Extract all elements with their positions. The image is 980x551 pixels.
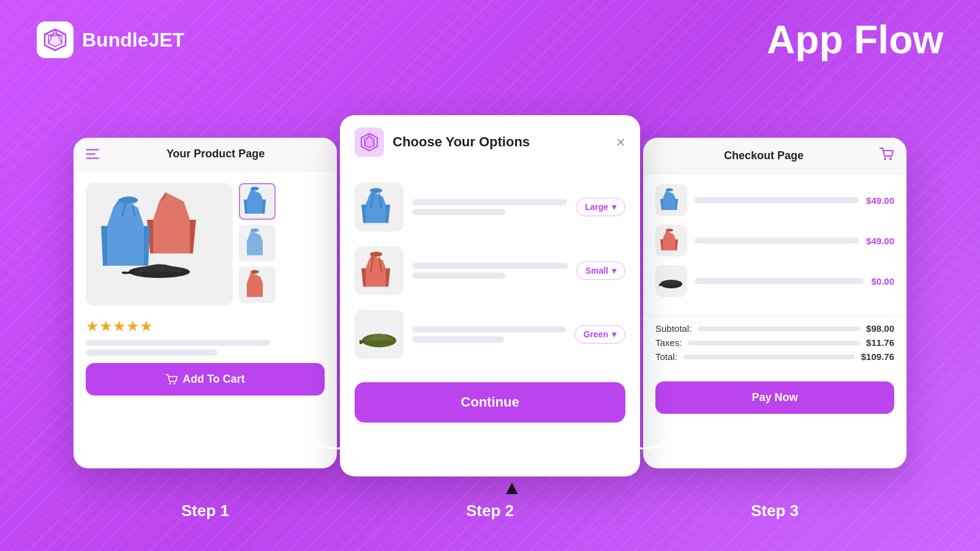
subtotal-row: Subtotal: $98.00	[655, 323, 894, 334]
header: BundleJET App Flow	[0, 0, 980, 80]
bundle-item-img-2	[355, 246, 404, 295]
svg-point-18	[666, 229, 673, 232]
steps-area: Your Product Page	[37, 80, 943, 527]
logo-icon	[37, 21, 74, 58]
step2-label: Step 2	[466, 501, 514, 520]
close-button[interactable]: ×	[616, 134, 625, 150]
desc-line-2	[86, 350, 217, 356]
step3-title: Checkout Page	[655, 149, 872, 162]
checkout-item-img-2	[655, 225, 687, 257]
main-product-image	[86, 183, 233, 305]
arrow-1	[300, 422, 374, 453]
step3-card: Checkout Page $49.00	[643, 138, 907, 468]
checkout-item-3: $0.00	[655, 265, 894, 297]
modal-body: Large ▾	[340, 169, 640, 372]
total-label: Total:	[655, 351, 677, 362]
svg-point-14	[174, 383, 176, 384]
thumb-3[interactable]	[239, 266, 276, 303]
step1-title: Your Product Page	[107, 148, 325, 160]
step1-header: Your Product Page	[74, 138, 337, 171]
svg-point-27	[370, 252, 382, 257]
variant-label-2: Small	[586, 266, 608, 276]
thumb-1[interactable]	[239, 183, 276, 220]
continue-button[interactable]: Continue	[355, 382, 625, 422]
modal-logo	[355, 127, 384, 157]
bundle-item-img-1	[355, 182, 404, 231]
bundle-item-2: Small ▾	[355, 239, 625, 302]
checkout-item-line-1	[695, 197, 859, 203]
checkout-item-line-3	[695, 278, 864, 284]
variant-label-3: Green	[584, 329, 608, 339]
cart-icon[interactable]	[880, 148, 894, 164]
total-line	[684, 354, 855, 359]
step3-label: Step 3	[643, 501, 907, 520]
checkout-price-3: $0.00	[871, 276, 894, 287]
step2-modal: Choose Your Options ×	[340, 115, 640, 476]
bundle-item-3: Green ▾	[355, 302, 625, 366]
bundle-item-1: Large ▾	[355, 175, 625, 239]
app-flow-title: App Flow	[767, 17, 943, 62]
checkout-item-1: $49.00	[655, 184, 894, 216]
step1-label: Step 1	[74, 501, 337, 520]
arrow-2	[606, 422, 680, 453]
step1-card: Your Product Page	[74, 138, 337, 468]
bundle-item-info-1	[412, 199, 567, 215]
checkout-item-img-3	[655, 265, 687, 297]
desc-line-1	[86, 340, 270, 346]
svg-marker-32	[671, 433, 677, 442]
subtotal-val: $98.00	[866, 323, 894, 334]
svg-point-16	[889, 158, 892, 160]
bundle-item-info-2	[412, 263, 568, 279]
thumb-2[interactable]	[239, 225, 276, 261]
svg-point-24	[370, 188, 382, 193]
taxes-val: $11.76	[866, 337, 894, 348]
svg-point-6	[119, 197, 138, 204]
pay-now-button[interactable]: Pay Now	[655, 381, 894, 414]
subtotal-line	[698, 326, 860, 331]
svg-point-11	[251, 228, 259, 232]
brand-name: BundleJET	[82, 29, 184, 51]
star-rating: ★★★★★	[74, 318, 337, 335]
taxes-line	[688, 340, 860, 345]
svg-point-12	[251, 270, 259, 274]
subtotal-label: Subtotal:	[655, 323, 692, 334]
svg-point-10	[251, 187, 259, 190]
svg-point-15	[884, 158, 886, 160]
modal-title: Choose Your Options	[393, 134, 608, 150]
menu-icon[interactable]	[86, 149, 99, 159]
bundle-item-img-3	[355, 310, 404, 359]
checkout-price-2: $49.00	[866, 236, 894, 246]
svg-point-13	[170, 383, 172, 384]
checkout-totals: Subtotal: $98.00 Taxes: $11.76 Total: $1…	[643, 315, 907, 373]
continue-label: Continue	[461, 394, 519, 410]
product-images-area	[74, 171, 337, 318]
checkout-item-img-1	[655, 184, 687, 216]
variant-select-3[interactable]: Green ▾	[575, 325, 625, 343]
step3-header: Checkout Page	[643, 138, 907, 174]
checkout-item-2: $49.00	[655, 225, 894, 257]
total-val: $109.76	[861, 351, 894, 362]
variant-label-1: Large	[585, 202, 608, 212]
taxes-label: Taxes:	[655, 337, 682, 348]
cursor: ▲	[502, 478, 522, 497]
chevron-down-icon-2: ▾	[612, 266, 616, 276]
modal-header: Choose Your Options ×	[340, 115, 640, 169]
svg-point-17	[666, 189, 673, 192]
pay-now-label: Pay Now	[752, 391, 797, 403]
chevron-down-icon-1: ▾	[612, 202, 616, 212]
checkout-price-1: $49.00	[866, 195, 894, 206]
add-to-cart-label: Add To Cart	[183, 373, 245, 386]
checkout-items: $49.00 $49.00	[643, 174, 907, 315]
checkout-item-line-2	[695, 238, 859, 244]
chevron-down-icon-3: ▾	[612, 329, 616, 339]
variant-select-2[interactable]: Small ▾	[576, 261, 625, 280]
bundle-item-info-3	[412, 326, 566, 342]
add-to-cart-button[interactable]: Add To Cart	[86, 363, 325, 395]
taxes-row: Taxes: $11.76	[655, 337, 894, 348]
side-thumbnails	[239, 183, 276, 305]
variant-select-1[interactable]: Large ▾	[576, 198, 625, 216]
svg-marker-31	[364, 433, 371, 442]
total-row: Total: $109.76	[655, 351, 894, 362]
logo: BundleJET	[37, 21, 184, 58]
